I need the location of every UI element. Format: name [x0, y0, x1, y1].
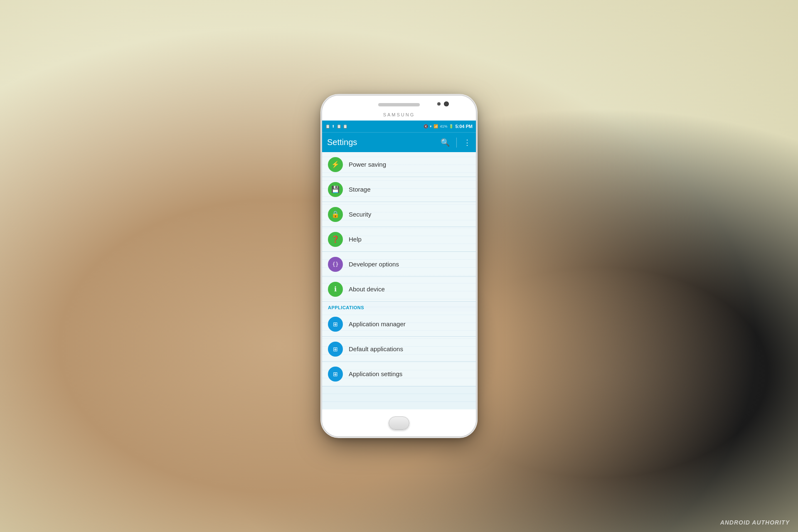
storage-label: Storage [349, 186, 371, 193]
status-bar-right: 🔇 ▾ 📶 41% 🔋 5:04 PM [424, 124, 473, 129]
help-icon: ❓ [328, 232, 343, 247]
developer-options-icon: {} [328, 257, 343, 272]
phone-top-bezel: SAMSUNG [322, 96, 476, 121]
status-bar: 📋 ⬆ 📋 📋 🔇 ▾ 📶 41% 🔋 5:04 PM [322, 121, 476, 132]
application-settings-label: Application settings [349, 370, 402, 377]
settings-item-about-device[interactable]: ℹ About device [322, 277, 476, 302]
help-label: Help [349, 236, 362, 243]
settings-item-developer-options[interactable]: {} Developer options [322, 252, 476, 277]
security-icon: 🔒 [328, 207, 343, 222]
app-bar-title: Settings [327, 138, 441, 147]
about-device-icon: ℹ [328, 282, 343, 297]
front-camera [444, 101, 449, 106]
settings-item-default-applications[interactable]: ⊞ Default applications [322, 337, 476, 362]
phone-wrapper: SAMSUNG 📋 ⬆ 📋 📋 🔇 ▾ 📶 41% 🔋 5:04 PM [322, 96, 476, 436]
watermark: ANDROID AUTHORITY [720, 519, 790, 526]
phone-bottom-bezel [322, 409, 476, 436]
battery-percent: 41% [440, 124, 447, 128]
settings-item-power-saving[interactable]: ⚡ Power saving [322, 152, 476, 177]
app-bar-actions: 🔍 ⋮ [441, 138, 471, 148]
front-sensor [437, 102, 441, 106]
status-bar-left: 📋 ⬆ 📋 📋 [325, 124, 347, 128]
home-button[interactable] [389, 416, 409, 430]
power-saving-icon: ⚡ [328, 157, 343, 172]
settings-item-storage[interactable]: 💾 Storage [322, 177, 476, 202]
phone-speaker [378, 103, 420, 106]
mute-icon: 🔇 [424, 124, 428, 128]
notification-icon-3: 📋 [337, 124, 341, 128]
application-manager-icon: ⊞ [328, 317, 343, 332]
security-label: Security [349, 211, 371, 218]
settings-item-help[interactable]: ❓ Help [322, 227, 476, 252]
settings-list: ⚡ Power saving 💾 Storage 🔒 Security ❓ He… [322, 152, 476, 409]
app-bar: Settings 🔍 ⋮ [322, 132, 476, 152]
samsung-logo: SAMSUNG [383, 112, 415, 117]
power-saving-label: Power saving [349, 161, 386, 168]
developer-options-label: Developer options [349, 261, 399, 268]
notification-icon-2: ⬆ [332, 124, 335, 128]
application-manager-label: Application manager [349, 320, 406, 328]
battery-icon: 🔋 [449, 124, 453, 128]
applications-section-header: APPLICATIONS [322, 302, 476, 312]
notification-icon-1: 📋 [325, 124, 330, 128]
phone-screen: 📋 ⬆ 📋 📋 🔇 ▾ 📶 41% 🔋 5:04 PM Settings [322, 121, 476, 409]
application-settings-icon: ⊞ [328, 367, 343, 382]
about-device-label: About device [349, 286, 385, 293]
default-applications-icon: ⊞ [328, 342, 343, 357]
overflow-menu-icon[interactable]: ⋮ [463, 138, 471, 147]
wifi-icon: ▾ [430, 124, 432, 128]
settings-item-application-settings[interactable]: ⊞ Application settings [322, 362, 476, 387]
status-time: 5:04 PM [455, 124, 473, 129]
app-bar-divider [456, 138, 457, 148]
phone-device: SAMSUNG 📋 ⬆ 📋 📋 🔇 ▾ 📶 41% 🔋 5:04 PM [322, 96, 476, 436]
default-applications-label: Default applications [349, 345, 403, 352]
settings-item-security[interactable]: 🔒 Security [322, 202, 476, 227]
notification-icon-4: 📋 [343, 124, 347, 128]
storage-icon: 💾 [328, 182, 343, 197]
signal-icon: 📶 [433, 124, 438, 128]
search-icon[interactable]: 🔍 [441, 138, 450, 147]
settings-item-application-manager[interactable]: ⊞ Application manager [322, 312, 476, 337]
